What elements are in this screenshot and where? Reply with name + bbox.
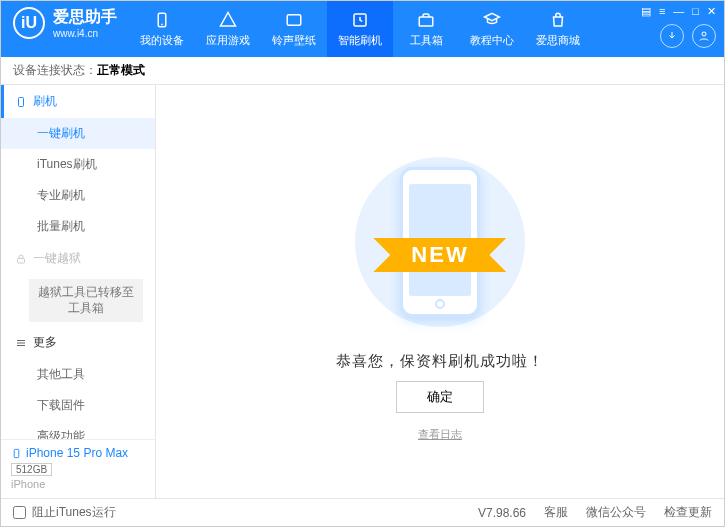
nav-label: 教程中心 [470, 33, 514, 48]
device-name: iPhone 15 Pro Max [11, 446, 145, 460]
phone-small-icon [11, 448, 22, 459]
sidebar-item-download-firmware[interactable]: 下载固件 [1, 390, 155, 421]
list-icon [15, 337, 27, 349]
lock-icon [15, 253, 27, 265]
nav-label: 智能刷机 [338, 33, 382, 48]
maximize-icon[interactable]: □ [692, 5, 699, 18]
nav-my-device[interactable]: 我的设备 [129, 1, 195, 57]
sidebar-item-batch-flash[interactable]: 批量刷机 [1, 211, 155, 242]
svg-point-5 [702, 32, 706, 36]
close-icon[interactable]: ✕ [707, 5, 716, 18]
check-update-link[interactable]: 检查更新 [664, 504, 712, 521]
footer: 阻止iTunes运行 V7.98.66 客服 微信公众号 检查更新 [1, 498, 724, 526]
svg-rect-4 [419, 17, 433, 26]
device-storage: 512GB [11, 463, 52, 476]
brand-name: 爱思助手 [53, 7, 117, 28]
status-bar: 设备连接状态： 正常模式 [1, 57, 724, 85]
section-label: 更多 [33, 334, 57, 351]
device-type: iPhone [11, 478, 145, 490]
status-prefix: 设备连接状态： [13, 62, 97, 79]
brand-logo-icon: iU [13, 7, 45, 39]
nav-toolbox[interactable]: 工具箱 [393, 1, 459, 57]
main-content: NEW 恭喜您，保资料刷机成功啦！ 确定 查看日志 [156, 85, 724, 498]
phone-icon [15, 96, 27, 108]
nav-label: 应用游戏 [206, 33, 250, 48]
view-log-link[interactable]: 查看日志 [418, 427, 462, 442]
checkbox-label: 阻止iTunes运行 [32, 504, 116, 521]
nav-tutorials[interactable]: 教程中心 [459, 1, 525, 57]
version-label: V7.98.66 [478, 506, 526, 520]
sidebar-section-flash[interactable]: 刷机 [1, 85, 155, 118]
device-icon [152, 10, 172, 30]
customer-service-link[interactable]: 客服 [544, 504, 568, 521]
brand-url: www.i4.cn [53, 28, 117, 39]
success-illustration: NEW [340, 142, 540, 342]
nav-label: 我的设备 [140, 33, 184, 48]
sidebar-section-more[interactable]: 更多 [1, 326, 155, 359]
svg-rect-6 [19, 97, 24, 106]
nav-apps-games[interactable]: 应用游戏 [195, 1, 261, 57]
sidebar-section-jailbreak: 一键越狱 [1, 242, 155, 275]
wechat-link[interactable]: 微信公众号 [586, 504, 646, 521]
section-label: 一键越狱 [33, 250, 81, 267]
sidebar-item-advanced[interactable]: 高级功能 [1, 421, 155, 439]
store-icon [548, 10, 568, 30]
block-itunes-checkbox[interactable]: 阻止iTunes运行 [13, 504, 116, 521]
window-controls: ▤ ≡ — □ ✕ [641, 5, 716, 18]
sidebar-item-other-tools[interactable]: 其他工具 [1, 359, 155, 390]
download-icon[interactable] [660, 24, 684, 48]
image-icon [284, 10, 304, 30]
nav-label: 铃声壁纸 [272, 33, 316, 48]
app-header: iU 爱思助手 www.i4.cn 我的设备 应用游戏 铃声壁纸 智能刷机 工具… [1, 1, 724, 57]
sidebar-item-pro-flash[interactable]: 专业刷机 [1, 180, 155, 211]
sidebar-item-onekey-flash[interactable]: 一键刷机 [1, 118, 155, 149]
svg-rect-7 [18, 258, 25, 263]
new-ribbon: NEW [391, 238, 488, 272]
sidebar-item-itunes-flash[interactable]: iTunes刷机 [1, 149, 155, 180]
apps-icon [218, 10, 238, 30]
sidebar-jailbreak-note[interactable]: 越狱工具已转移至工具箱 [29, 279, 143, 322]
sidebar-device-info[interactable]: iPhone 15 Pro Max 512GB iPhone [1, 439, 155, 498]
success-message: 恭喜您，保资料刷机成功啦！ [336, 352, 544, 371]
status-mode: 正常模式 [97, 62, 145, 79]
ok-button[interactable]: 确定 [396, 381, 484, 413]
tutorial-icon [482, 10, 502, 30]
skin-icon[interactable]: ≡ [659, 5, 665, 18]
flash-icon [350, 10, 370, 30]
sidebar: 刷机 一键刷机 iTunes刷机 专业刷机 批量刷机 一键越狱 越狱工具已转移至… [1, 85, 156, 498]
minimize-icon[interactable]: — [673, 5, 684, 18]
nav-label: 爱思商城 [536, 33, 580, 48]
user-icon[interactable] [692, 24, 716, 48]
toolbox-icon [416, 10, 436, 30]
nav-ringtones[interactable]: 铃声壁纸 [261, 1, 327, 57]
section-label: 刷机 [33, 93, 57, 110]
nav-store[interactable]: 爱思商城 [525, 1, 591, 57]
top-nav: 我的设备 应用游戏 铃声壁纸 智能刷机 工具箱 教程中心 爱思商城 [129, 1, 633, 57]
nav-label: 工具箱 [410, 33, 443, 48]
menu-icon[interactable]: ▤ [641, 5, 651, 18]
nav-smart-flash[interactable]: 智能刷机 [327, 1, 393, 57]
svg-rect-2 [287, 15, 301, 26]
svg-rect-11 [14, 449, 19, 457]
brand: iU 爱思助手 www.i4.cn [1, 1, 129, 45]
